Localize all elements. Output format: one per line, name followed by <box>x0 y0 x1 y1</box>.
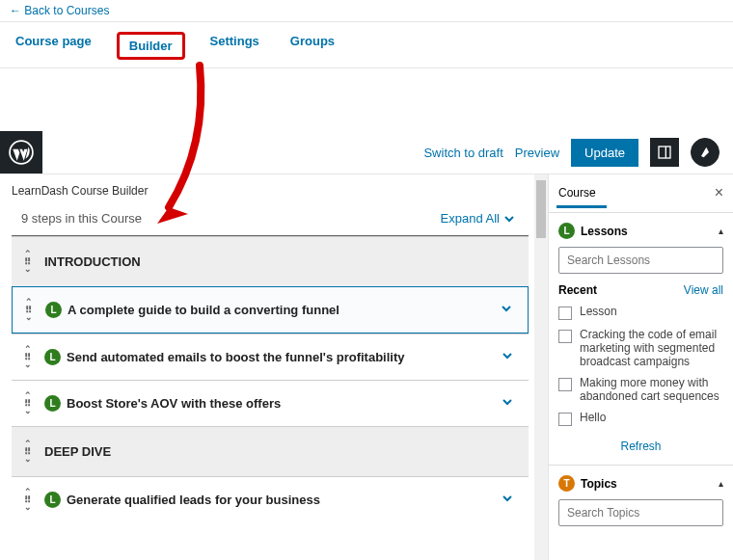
drag-handle[interactable]: ⌃⠿⌄ <box>17 251 39 273</box>
svg-rect-1 <box>659 147 670 158</box>
close-icon[interactable]: × <box>715 184 723 201</box>
back-link[interactable]: ← Back to Courses <box>10 4 109 17</box>
update-button[interactable]: Update <box>571 139 638 167</box>
section-heading-label: DEEP DIVE <box>44 444 111 459</box>
lesson-checkbox-item[interactable]: Lesson <box>558 301 723 324</box>
lesson-title: A complete guide to build a converting f… <box>68 303 339 317</box>
settings-panel-toggle[interactable] <box>650 138 679 167</box>
refresh-link[interactable]: Refresh <box>558 430 723 465</box>
view-all-link[interactable]: View all <box>684 283 723 297</box>
builder-column: LearnDash Course Builder 9 steps in this… <box>0 174 548 560</box>
lesson-checkbox-label: Hello <box>580 411 606 424</box>
chevron-down-icon[interactable] <box>502 493 513 507</box>
drag-handle[interactable]: ⌃⠿⌄ <box>17 489 39 511</box>
editor-header: Switch to draft Preview Update <box>0 131 733 173</box>
drag-handle[interactable]: ⌃⠿⌄ <box>17 392 39 414</box>
lesson-badge-icon: L <box>45 302 62 318</box>
section-heading[interactable]: ⌃⠿⌄INTRODUCTION <box>12 236 529 286</box>
recent-label: Recent <box>558 283 597 297</box>
lesson-checkbox-item[interactable]: Cracking the code of email marketing wit… <box>558 324 723 372</box>
lessons-badge-icon: L <box>558 223 575 239</box>
lesson-title: Generate qualified leads for your busine… <box>67 493 320 507</box>
back-label: Back to Courses <box>24 4 109 17</box>
lesson-row[interactable]: ⌃⠿⌄LA complete guide to build a converti… <box>12 286 529 333</box>
drag-handle[interactable]: ⌃⠿⌄ <box>18 299 40 321</box>
search-topics-input[interactable] <box>558 499 723 526</box>
lesson-badge-icon: L <box>44 492 61 508</box>
sidebar-tab-course[interactable]: Course <box>558 186 596 200</box>
settings-sidebar: Course × L Lessons ▴ Recent View all Les… <box>548 174 733 560</box>
lesson-checkbox-label: Making more money with abandoned cart se… <box>580 376 723 403</box>
preview-link[interactable]: Preview <box>515 146 559 160</box>
lessons-section-header[interactable]: L Lessons ▴ <box>558 223 723 247</box>
lesson-checkbox-label: Cracking the code of email marketing wit… <box>580 328 723 368</box>
collapse-icon: ▴ <box>719 478 723 489</box>
tab-bar: Course page Builder Settings Groups <box>0 22 733 68</box>
topics-badge-icon: T <box>558 475 575 492</box>
expand-all-button[interactable]: Expand All <box>441 211 515 226</box>
tab-builder[interactable]: Builder <box>117 32 185 60</box>
lesson-checkbox-item[interactable]: Hello <box>558 407 723 430</box>
tab-settings[interactable]: Settings <box>204 32 265 60</box>
lesson-row[interactable]: ⌃⠿⌄LGenerate qualified leads for your bu… <box>12 476 529 522</box>
chevron-down-icon[interactable] <box>502 396 513 411</box>
chevron-down-icon <box>503 213 515 225</box>
lesson-checkbox-label: Lesson <box>580 305 617 318</box>
chevron-down-icon[interactable] <box>502 350 513 364</box>
steps-count: 9 steps in this Course <box>21 211 142 226</box>
switch-to-draft-link[interactable]: Switch to draft <box>423 146 502 160</box>
section-heading[interactable]: ⌃⠿⌄DEEP DIVE <box>12 426 529 476</box>
wordpress-logo[interactable] <box>0 131 42 173</box>
scrollbar[interactable] <box>534 174 548 560</box>
learndash-icon[interactable] <box>691 138 719 167</box>
drag-handle[interactable]: ⌃⠿⌄ <box>17 346 39 368</box>
expand-all-label: Expand All <box>441 211 500 226</box>
topics-section-header[interactable]: T Topics ▴ <box>558 475 723 499</box>
lesson-row[interactable]: ⌃⠿⌄LSend automated emails to boost the f… <box>12 333 529 380</box>
lesson-checkbox[interactable] <box>558 413 572 426</box>
lesson-badge-icon: L <box>44 395 61 412</box>
search-lessons-input[interactable] <box>558 247 723 274</box>
builder-title: LearnDash Course Builder <box>12 182 548 203</box>
topics-label: Topics <box>581 477 617 491</box>
lessons-label: Lessons <box>581 225 628 238</box>
lesson-checkbox[interactable] <box>558 378 572 391</box>
lesson-checkbox[interactable] <box>558 330 572 343</box>
collapse-icon: ▴ <box>719 226 723 236</box>
tab-groups[interactable]: Groups <box>285 32 340 60</box>
chevron-down-icon[interactable] <box>501 303 512 317</box>
lesson-row[interactable]: ⌃⠿⌄LBoost Store's AOV with these offers <box>12 380 529 426</box>
lesson-checkbox-item[interactable]: Making more money with abandoned cart se… <box>558 372 723 407</box>
drag-handle[interactable]: ⌃⠿⌄ <box>17 440 39 463</box>
tab-course-page[interactable]: Course page <box>10 32 97 60</box>
section-heading-label: INTRODUCTION <box>44 254 141 269</box>
lesson-title: Send automated emails to boost the funne… <box>67 350 405 364</box>
top-nav: ← Back to Courses <box>0 0 733 19</box>
lesson-badge-icon: L <box>44 349 61 365</box>
lesson-title: Boost Store's AOV with these offers <box>67 396 281 411</box>
lesson-checkbox[interactable] <box>558 307 572 320</box>
